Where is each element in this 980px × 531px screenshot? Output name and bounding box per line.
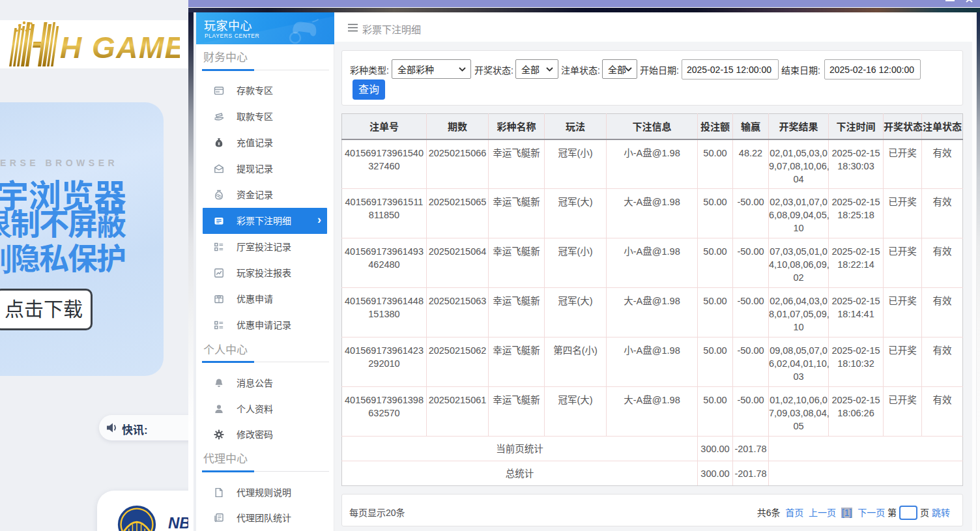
svg-text:H GAME: H GAME xyxy=(60,31,180,65)
